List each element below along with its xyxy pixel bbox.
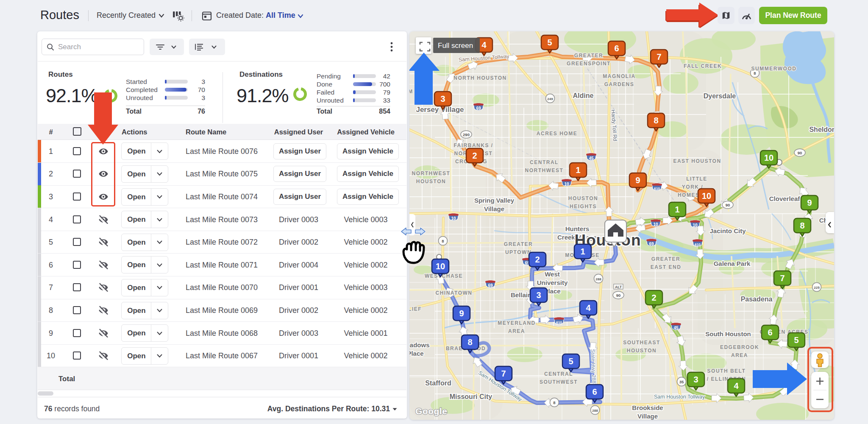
svg-text:M: M: [409, 89, 413, 95]
svg-text:69: 69: [476, 106, 481, 111]
svg-text:Sheldon: Sheldon: [809, 126, 834, 133]
svg-text:GREATER: GREATER: [504, 241, 533, 247]
svg-text:7: 7: [780, 273, 785, 283]
svg-text:7: 7: [501, 369, 506, 378]
svg-text:NORTHWEST: NORTHWEST: [525, 167, 564, 173]
svg-text:8: 8: [800, 221, 804, 230]
svg-text:CHINATOWN: CHINATOWN: [435, 290, 472, 296]
svg-text:UPTOWN: UPTOWN: [505, 249, 531, 255]
svg-text:288: 288: [595, 277, 601, 281]
svg-text:SUMMERWOOD: SUMMERWOOD: [751, 66, 797, 72]
svg-text:HOUSTON: HOUSTON: [416, 179, 446, 184]
svg-text:7: 7: [657, 52, 661, 61]
svg-text:GREENSPOINT: GREENSPOINT: [567, 61, 611, 67]
svg-text:4: 4: [734, 381, 739, 391]
svg-text:SOUTH BELT: SOUTH BELT: [707, 368, 746, 374]
svg-text:Aldine: Aldine: [573, 92, 594, 99]
svg-text:Village: Village: [484, 205, 504, 212]
svg-text:10: 10: [693, 223, 698, 228]
svg-text:249: 249: [547, 97, 553, 101]
svg-text:ALIEF: ALIEF: [409, 306, 422, 312]
svg-text:10: 10: [564, 182, 569, 187]
svg-text:1: 1: [675, 205, 679, 214]
svg-text:6: 6: [768, 328, 772, 337]
svg-text:Pasadena: Pasadena: [741, 296, 773, 303]
svg-text:5: 5: [547, 38, 552, 47]
svg-text:225: 225: [814, 286, 820, 290]
svg-text:Google: Google: [415, 406, 447, 416]
svg-text:90: 90: [798, 151, 802, 155]
svg-text:AREA: AREA: [508, 328, 525, 334]
svg-text:ALT: ALT: [615, 285, 622, 289]
svg-text:3: 3: [536, 290, 541, 300]
svg-text:10: 10: [436, 262, 445, 271]
svg-text:45: 45: [589, 156, 594, 161]
svg-text:Full screen: Full screen: [438, 42, 473, 50]
svg-text:Village: Village: [637, 413, 658, 420]
svg-text:HEIGHTS: HEIGHTS: [570, 204, 597, 209]
svg-text:Missouri City: Missouri City: [450, 393, 492, 400]
svg-text:West: West: [545, 271, 560, 278]
svg-text:eadows: eadows: [409, 341, 430, 349]
svg-text:3: 3: [440, 94, 445, 103]
svg-text:5: 5: [568, 357, 573, 366]
svg-text:610: 610: [695, 243, 701, 247]
svg-text:EAST HOUSTON: EAST HOUSTON: [673, 158, 721, 164]
svg-text:1: 1: [580, 247, 585, 256]
svg-text:9: 9: [807, 198, 812, 207]
svg-text:90: 90: [726, 203, 730, 207]
svg-text:State Hwy 288: State Hwy 288: [590, 349, 597, 384]
svg-text:10: 10: [764, 153, 773, 162]
svg-text:8: 8: [553, 400, 555, 405]
svg-text:8: 8: [654, 116, 658, 125]
svg-text:SOUTHWEST: SOUTHWEST: [540, 379, 578, 385]
svg-text:ACRES HOME: ACRES HOME: [537, 131, 577, 137]
svg-text:GREATER: GREATER: [574, 53, 603, 59]
svg-text:4: 4: [586, 303, 591, 312]
svg-text:GARDENS: GARDENS: [604, 81, 634, 87]
svg-text:GREATER: GREATER: [651, 256, 680, 262]
svg-text:South Houston: South Houston: [705, 330, 751, 338]
svg-text:90: 90: [616, 293, 621, 298]
svg-text:Brookside: Brookside: [632, 404, 663, 411]
svg-text:6: 6: [592, 387, 597, 396]
svg-text:610: 610: [654, 187, 660, 191]
svg-text:MAGNOLIA: MAGNOLIA: [603, 73, 635, 79]
svg-text:Dyersdale: Dyersdale: [704, 92, 736, 100]
svg-text:Jersey Village: Jersey Village: [416, 106, 464, 114]
svg-text:CENTRAL: CENTRAL: [530, 159, 559, 165]
svg-text:1: 1: [576, 165, 580, 175]
svg-text:Galena Park: Galena Park: [714, 260, 751, 267]
svg-text:Cloverleaf: Cloverleaf: [769, 195, 801, 202]
svg-text:9: 9: [635, 176, 640, 185]
svg-text:NORTHWEST: NORTHWEST: [412, 170, 451, 176]
svg-text:10: 10: [653, 222, 658, 227]
svg-text:4: 4: [481, 40, 487, 50]
svg-text:10: 10: [702, 191, 711, 201]
svg-text:288: 288: [592, 409, 598, 413]
svg-text:EDGEBROOK: EDGEBROOK: [720, 344, 759, 350]
svg-text:2: 2: [472, 151, 477, 160]
svg-text:35: 35: [679, 379, 684, 384]
svg-text:69: 69: [649, 242, 654, 246]
svg-text:LITTLE: LITTLE: [686, 176, 707, 182]
svg-text:290: 290: [463, 132, 470, 137]
svg-text:69: 69: [488, 283, 493, 288]
svg-text:2: 2: [651, 293, 656, 302]
svg-text:Sam Houston Tollway: Sam Houston Tollway: [654, 394, 705, 400]
svg-text:Spring Valley: Spring Valley: [474, 197, 515, 204]
svg-text:SOUTHEAST: SOUTHEAST: [623, 340, 660, 346]
svg-text:2: 2: [535, 255, 540, 264]
svg-text:3: 3: [693, 375, 698, 384]
svg-text:NORTH HOUSTON: NORTH HOUSTON: [453, 75, 506, 81]
svg-text:FALL CREEK: FALL CREEK: [684, 63, 722, 69]
svg-text:45: 45: [673, 326, 679, 330]
svg-text:10: 10: [451, 216, 456, 221]
svg-text:5: 5: [794, 335, 798, 345]
svg-text:6: 6: [614, 44, 619, 53]
svg-text:University: University: [537, 279, 568, 286]
svg-text:FAIRBANKS /: FAIRBANKS /: [453, 142, 493, 148]
svg-text:AREA: AREA: [731, 352, 748, 358]
svg-text:MEYERLAND: MEYERLAND: [498, 320, 536, 326]
svg-text:8: 8: [442, 239, 444, 243]
